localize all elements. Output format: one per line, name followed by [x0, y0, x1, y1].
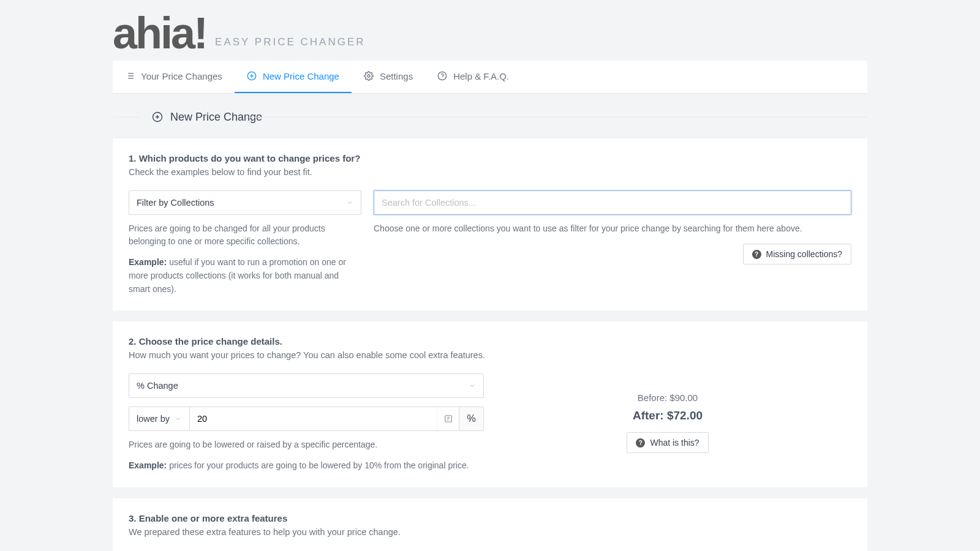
- help-text: Prices are going to be lowered or raised…: [129, 438, 484, 452]
- list-icon: [125, 71, 135, 81]
- app-logo: ahia! EASY PRICE CHANGER: [0, 0, 980, 61]
- tab-help-faq[interactable]: Help & F.A.Q.: [425, 61, 521, 93]
- section-title: 2. Choose the price change details.: [129, 336, 851, 347]
- tab-new-price-change[interactable]: New Price Change: [235, 61, 352, 93]
- section-price-details: 2. Choose the price change details. How …: [113, 321, 867, 487]
- button-label: What is this?: [650, 438, 699, 448]
- tab-label: New Price Change: [263, 71, 339, 81]
- section-title: 3. Enable one or more extra features: [129, 513, 851, 523]
- help-text: Choose one or more collections you want …: [374, 222, 851, 236]
- example-label: Example:: [129, 460, 167, 470]
- chevron-down-icon: [175, 415, 182, 422]
- plus-circle-icon: [152, 111, 163, 122]
- example-text: Example: useful if you want to run a pro…: [129, 256, 361, 296]
- filter-type-select[interactable]: Filter by Collections: [129, 190, 361, 215]
- price-preview-after: After: $72.00: [633, 409, 703, 422]
- section-title: 1. Which products do you want to change …: [129, 153, 851, 163]
- section-subtitle: We prepared these extra features to help…: [129, 527, 851, 537]
- what-is-this-button[interactable]: ? What is this?: [627, 432, 708, 453]
- percent-suffix: %: [459, 407, 483, 430]
- help-text: Prices are going to be changed for all y…: [129, 222, 361, 249]
- price-preview-before: Before: $90.00: [638, 392, 698, 403]
- tab-label: Your Price Changes: [141, 71, 222, 81]
- example-text: Example: prices for your products are go…: [129, 459, 484, 473]
- collections-search-input[interactable]: [382, 198, 843, 208]
- direction-select[interactable]: lower by: [129, 407, 190, 430]
- help-circle-icon: [437, 71, 447, 81]
- change-type-select[interactable]: % Change: [129, 373, 484, 398]
- chevron-down-icon: [346, 199, 353, 206]
- logo-tagline: EASY PRICE CHANGER: [215, 36, 365, 48]
- edit-icon: [444, 414, 453, 423]
- page-header: New Price Change: [0, 94, 980, 138]
- section-subtitle: Check the examples below to find your be…: [129, 167, 851, 177]
- gear-icon: [364, 71, 374, 81]
- plus-circle-icon: [247, 71, 257, 81]
- button-label: Missing collections?: [766, 249, 843, 259]
- missing-collections-button[interactable]: ? Missing collections?: [743, 244, 852, 264]
- section-extra-features: 3. Enable one or more extra features We …: [113, 498, 867, 551]
- example-body: prices for your products are going to be…: [167, 460, 469, 470]
- svg-point-9: [368, 75, 370, 77]
- logo-text: ahia!: [113, 13, 206, 53]
- question-mark-icon: ?: [752, 250, 761, 259]
- tab-settings[interactable]: Settings: [352, 61, 425, 93]
- select-value: Filter by Collections: [137, 198, 214, 208]
- main-tabs: Your Price Changes New Price Change Sett…: [113, 61, 867, 94]
- tab-label: Settings: [380, 71, 413, 81]
- tab-label: Help & F.A.Q.: [453, 71, 509, 81]
- section-subtitle: How much you want your prices to change?…: [129, 350, 851, 360]
- chevron-down-icon: [469, 382, 476, 389]
- section-products: 1. Which products do you want to change …: [113, 138, 867, 310]
- amount-row: lower by %: [129, 407, 484, 431]
- example-label: Example:: [129, 257, 167, 267]
- select-value: % Change: [137, 381, 178, 391]
- amount-input[interactable]: [190, 407, 437, 430]
- select-value: lower by: [137, 414, 170, 424]
- collections-search[interactable]: [374, 190, 851, 215]
- question-mark-icon: ?: [636, 438, 645, 448]
- tab-your-price-changes[interactable]: Your Price Changes: [113, 61, 235, 93]
- edit-amount-button[interactable]: [437, 407, 459, 430]
